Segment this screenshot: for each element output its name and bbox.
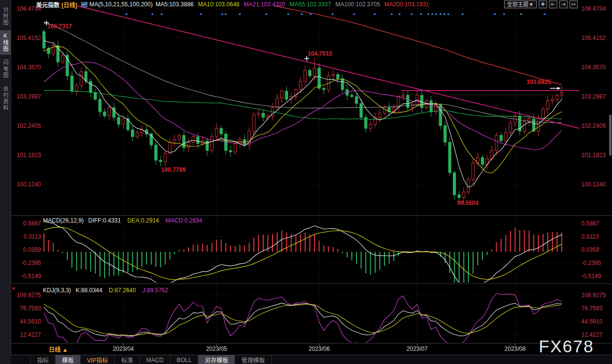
svg-text:0.3113: 0.3113: [581, 233, 599, 240]
svg-text:0.0359: 0.0359: [581, 246, 599, 253]
tab-templates[interactable]: 模板: [56, 355, 81, 364]
ma200-value: MA200:103.1931: [384, 1, 429, 8]
tab-vip-indicators[interactable]: VIP指标: [81, 355, 115, 364]
event-dot: [225, 13, 227, 15]
event-dot: [374, 13, 376, 15]
ma10-value: MA10:103.0648: [198, 1, 240, 8]
event-dot: [503, 13, 505, 15]
sidebar: 分时图 K线图 闪电图 合约资料: [0, 0, 11, 364]
kdj-plot: [44, 293, 562, 345]
candlestick-chart[interactable]: 106.4734106.4734105.4152105.4152104.3570…: [0, 0, 612, 364]
svg-text:102.2405: 102.2405: [17, 122, 41, 129]
svg-text:-0.2395: -0.2395: [21, 260, 41, 266]
ma21-line: [44, 62, 562, 150]
ma-settings-icon[interactable]: [81, 2, 87, 7]
sidebar-item-contract-info[interactable]: 合约资料: [0, 83, 11, 114]
svg-text:102.2405: 102.2405: [581, 122, 606, 129]
scrollbar-thumb[interactable]: [609, 115, 612, 156]
scroll-right-icon[interactable]: ⇥: [559, 0, 568, 8]
ma200-line: [44, 0, 562, 85]
macd-title: MACD(26,12,9): [43, 217, 84, 224]
price-annotation: 100.7789: [161, 166, 186, 173]
event-dot: [126, 13, 127, 15]
svg-text:76.7593: 76.7593: [20, 305, 42, 312]
tab-boll[interactable]: BOLL: [170, 355, 199, 364]
tab-indicators[interactable]: 指标: [31, 355, 56, 364]
pan-icon[interactable]: ✚: [539, 0, 547, 8]
event-dot: [391, 13, 393, 15]
event-dot: [301, 13, 303, 15]
ma100-value: MA100:102.3705: [336, 1, 380, 8]
k-line: [44, 303, 562, 336]
price-annotation: 103.6825: [527, 79, 551, 85]
event-dot: [420, 13, 422, 15]
event-dot: [239, 13, 241, 15]
sidebar-item-time-chart[interactable]: 分时图: [0, 4, 11, 28]
kdj-header: KDJ(9,3,3) K:88.0344 D:87.2640 J:89.5752: [43, 287, 168, 294]
svg-text:-0.5149: -0.5149: [21, 273, 41, 280]
event-dot: [431, 13, 433, 15]
dea-line: [44, 227, 562, 280]
svg-text:100.1240: 100.1240: [581, 181, 606, 188]
panel-separator: [11, 215, 612, 216]
macd-diff-value: DIFF:0.4331: [88, 217, 121, 224]
kdj-k-value: K:88.0344: [76, 287, 103, 294]
tab-macd[interactable]: MACD: [140, 355, 170, 364]
event-dot: [399, 13, 401, 15]
theme-selector-button[interactable]: 全部主题▼: [504, 0, 537, 8]
ma10-line: [44, 47, 562, 173]
svg-text:-0.2395: -0.2395: [581, 260, 601, 266]
svg-text:105.4152: 105.4152: [17, 35, 41, 41]
event-dot: [411, 13, 413, 15]
jump-latest-icon[interactable]: ↦: [570, 0, 578, 8]
event-dot: [443, 13, 445, 15]
macd-dea-value: DEA:0.2914: [127, 217, 159, 224]
svg-text:100.1240: 100.1240: [17, 181, 41, 188]
tabbar-spacer: [11, 355, 31, 364]
ma21-value: MA21:102.4320: [244, 1, 285, 8]
date-label: 2023/08: [498, 345, 532, 352]
event-dot: [353, 13, 355, 15]
date-label: 2023/06: [302, 345, 336, 352]
trendline: [45, 0, 579, 128]
svg-text:0.5867: 0.5867: [581, 220, 599, 227]
time-axis: 日线 ▲ 2023/042023/052023/062023/072023/08: [11, 343, 612, 355]
event-dot: [435, 13, 437, 15]
svg-text:76.7593: 76.7593: [581, 305, 603, 312]
fx678-watermark: FX678: [539, 337, 594, 356]
svg-text:105.4152: 105.4152: [581, 35, 606, 41]
period-dropdown[interactable]: 日线 ▲: [49, 345, 68, 353]
bottom-tab-bar: 指标 模板 VIP指标 标准 MACD BOLL 另存模板 管理模板: [11, 355, 612, 364]
sidebar-item-lightning-chart[interactable]: 闪电图: [0, 57, 11, 81]
svg-text:104.3570: 104.3570: [581, 64, 606, 71]
svg-text:0.3113: 0.3113: [23, 233, 41, 240]
event-dot: [520, 13, 522, 15]
chart-application: 106.4734106.4734105.4152105.4152104.3570…: [0, 0, 612, 364]
price-annotation: 104.7015: [308, 50, 332, 57]
tab-save-template[interactable]: 另存模板: [198, 355, 235, 364]
chart-canvas[interactable]: 106.4734106.4734105.4152105.4152104.3570…: [0, 0, 612, 364]
d-line: [44, 304, 562, 336]
sidebar-item-kline-chart[interactable]: K线图: [0, 30, 11, 55]
tab-standard[interactable]: 标准: [115, 355, 140, 364]
svg-text:44.5910: 44.5910: [581, 318, 603, 325]
header-controls: 全部主题▼ ✚ ⇤ ⇥ ↦: [504, 0, 578, 8]
svg-text:12.4227: 12.4227: [20, 331, 42, 338]
event-dot: [440, 13, 442, 15]
diff-line: [44, 221, 562, 288]
macd-macd-value: MACD:0.2834: [166, 217, 202, 224]
event-dot: [494, 13, 496, 15]
svg-text:0.0359: 0.0359: [23, 246, 41, 253]
event-dot: [265, 13, 267, 15]
event-dot: [332, 13, 334, 15]
svg-text:-0.5149: -0.5149: [581, 273, 601, 280]
ma5-value: MA5:103.3886: [155, 1, 193, 8]
ma100-line: [44, 22, 562, 123]
event-dot: [151, 13, 153, 15]
symbol-title: 美元指数: [36, 0, 60, 9]
kdj-settings-icon[interactable]: ☀: [11, 285, 16, 292]
kdj-title: KDJ(9,3,3): [43, 287, 71, 294]
price-annotation: 99.5504: [457, 200, 479, 206]
tab-manage-templates[interactable]: 管理模板: [235, 355, 272, 364]
scroll-left-icon[interactable]: ⇤: [549, 0, 557, 8]
